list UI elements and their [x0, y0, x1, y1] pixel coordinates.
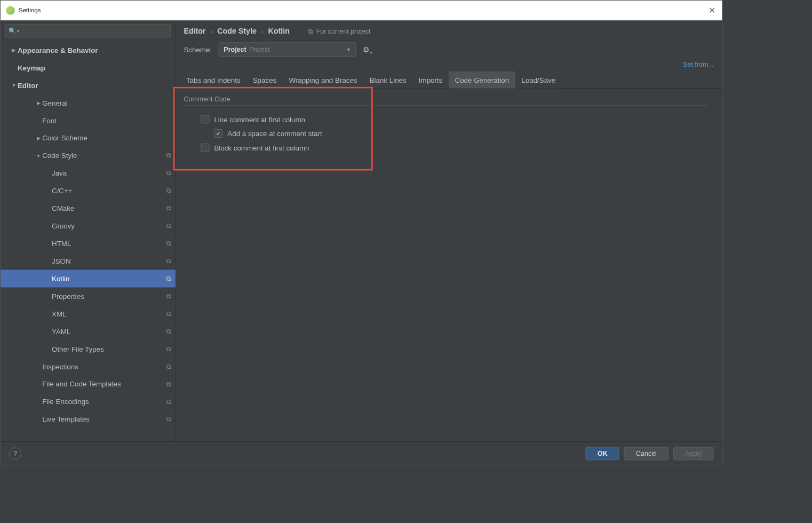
sidebar-item-label: CMake	[52, 204, 166, 212]
search-icon: 🔍	[9, 27, 16, 34]
sidebar-item-appearance-behavior[interactable]: ▶Appearance & Behavior	[1, 41, 176, 59]
sidebar-item-json[interactable]: JSON⧉	[1, 252, 176, 270]
chevron-down-icon: ▼	[10, 83, 18, 88]
chevron-right-icon: ▶	[35, 100, 42, 106]
scheme-value: Project	[224, 45, 246, 53]
sidebar-item-label: Appearance & Behavior	[18, 46, 171, 54]
options: Line comment at first columnAdd a space …	[184, 112, 714, 155]
project-scope: ⧉ For current project	[308, 27, 370, 35]
sidebar-item-c-c-[interactable]: C/C++⧉	[1, 182, 176, 200]
sidebar-item-xml[interactable]: XML⧉	[1, 305, 176, 322]
chevron-right-icon: ▶	[35, 136, 42, 141]
main: 🔍 ▾ ▶Appearance & BehaviorKeymap▼Editor▶…	[1, 20, 722, 441]
copy-icon: ⧉	[166, 187, 171, 194]
copy-icon: ⧉	[166, 380, 171, 387]
copy-icon: ⧉	[166, 169, 171, 177]
breadcrumb-item: Kotlin	[268, 27, 289, 36]
copy-icon: ⧉	[166, 310, 171, 318]
checkbox[interactable]	[214, 129, 222, 138]
window-title: Settings	[19, 6, 41, 13]
sidebar: 🔍 ▾ ▶Appearance & BehaviorKeymap▼Editor▶…	[1, 20, 176, 441]
scheme-dropdown[interactable]: Project Project ▼	[219, 42, 356, 57]
sidebar-item-label: File Encodings	[42, 398, 166, 406]
help-button[interactable]: ?	[9, 447, 21, 459]
chevron-down-icon: ▼	[35, 153, 42, 159]
sidebar-item-label: YAML	[52, 327, 166, 335]
sidebar-item-label: JSON	[52, 257, 166, 265]
tab-wrapping-and-braces[interactable]: Wrapping and Braces	[283, 72, 363, 88]
breadcrumb: Editor › Code Style › Kotlin ⧉ For curre…	[176, 20, 722, 39]
sidebar-item-label: Java	[52, 169, 166, 177]
copy-icon: ⧉	[166, 222, 171, 229]
sidebar-item-live-templates[interactable]: Live Templates⧉	[1, 410, 176, 428]
sidebar-item-code-style[interactable]: ▼Code Style⧉	[1, 147, 176, 164]
sidebar-item-groovy[interactable]: Groovy⧉	[1, 217, 176, 235]
scope-label: For current project	[316, 28, 371, 35]
footer: ? OK Cancel Apply	[1, 441, 722, 465]
sidebar-item-editor[interactable]: ▼Editor	[1, 76, 176, 94]
checkbox[interactable]	[201, 144, 209, 152]
app-icon	[6, 6, 15, 14]
content: Editor › Code Style › Kotlin ⧉ For curre…	[176, 20, 722, 441]
search-input[interactable]: 🔍 ▾	[5, 24, 171, 37]
tab-blank-lines[interactable]: Blank Lines	[363, 72, 412, 88]
checkbox-label: Line comment at first column	[214, 115, 305, 123]
settings-tree[interactable]: ▶Appearance & BehaviorKeymap▼Editor▶Gene…	[1, 38, 176, 441]
gear-icon[interactable]: ⚙	[363, 45, 369, 54]
breadcrumb-item[interactable]: Editor	[184, 27, 205, 36]
chevron-right-icon: ›	[210, 28, 212, 35]
scheme-label: Scheme:	[184, 45, 212, 53]
tab-code-generation[interactable]: Code Generation	[449, 72, 515, 88]
copy-icon: ⧉	[308, 27, 313, 35]
close-icon[interactable]: ✕	[708, 5, 715, 16]
cancel-button[interactable]: Cancel	[624, 447, 668, 460]
sidebar-item-html[interactable]: HTML⧉	[1, 235, 176, 252]
set-from-link[interactable]: Set from...	[683, 60, 713, 68]
chevron-right-icon: ›	[261, 28, 264, 35]
sidebar-item-general[interactable]: ▶General	[1, 94, 176, 112]
sidebar-item-java[interactable]: Java⧉	[1, 164, 176, 182]
checkbox[interactable]	[201, 115, 209, 123]
scheme-subtitle: Project	[249, 45, 270, 53]
checkbox-row[interactable]: Add a space at comment start	[184, 126, 714, 141]
ok-button[interactable]: OK	[586, 447, 619, 460]
copy-icon: ⧉	[166, 152, 171, 159]
chevron-right-icon: ▶	[10, 47, 18, 53]
sidebar-item-file-encodings[interactable]: File Encodings⧉	[1, 393, 176, 410]
sidebar-item-other-file-types[interactable]: Other File Types⧉	[1, 340, 176, 358]
checkbox-row[interactable]: Line comment at first column	[184, 112, 714, 126]
sidebar-item-keymap[interactable]: Keymap	[1, 59, 176, 76]
sidebar-item-label: Kotlin	[52, 274, 166, 282]
sidebar-item-label: Other File Types	[52, 345, 166, 353]
sidebar-item-label: Inspections	[42, 362, 166, 370]
copy-icon: ⧉	[166, 363, 171, 370]
scheme-row: Scheme: Project Project ▼ ⚙	[176, 39, 722, 60]
apply-button[interactable]: Apply	[673, 447, 714, 460]
sidebar-item-cmake[interactable]: CMake⧉	[1, 200, 176, 217]
sidebar-item-kotlin[interactable]: Kotlin⧉	[1, 270, 176, 288]
sidebar-item-properties[interactable]: Properties⧉	[1, 287, 176, 305]
tabs: Tabs and IndentsSpacesWrapping and Brace…	[176, 72, 722, 89]
chevron-down-icon: ▼	[346, 47, 351, 52]
sidebar-item-file-and-code-templates[interactable]: File and Code Templates⧉	[1, 375, 176, 393]
tab-imports[interactable]: Imports	[412, 72, 449, 88]
copy-icon: ⧉	[166, 257, 171, 265]
sidebar-item-font[interactable]: Font	[1, 112, 176, 129]
copy-icon: ⧉	[166, 415, 171, 423]
checkbox-row[interactable]: Block comment at first column	[184, 140, 714, 155]
copy-icon: ⧉	[166, 328, 171, 335]
sidebar-item-label: HTML	[52, 240, 166, 248]
sidebar-item-label: Live Templates	[42, 415, 166, 423]
tab-load-save[interactable]: Load/Save	[515, 72, 562, 88]
sidebar-item-inspections[interactable]: Inspections⧉	[1, 358, 176, 375]
set-from-row: Set from...	[176, 60, 722, 72]
sidebar-item-label: C/C++	[52, 187, 166, 195]
sidebar-item-color-scheme[interactable]: ▶Color Scheme	[1, 129, 176, 147]
sidebar-item-yaml[interactable]: YAML⧉	[1, 322, 176, 340]
tab-spaces[interactable]: Spaces	[246, 72, 283, 88]
tab-tabs-and-indents[interactable]: Tabs and Indents	[180, 72, 246, 88]
sidebar-item-label: General	[42, 99, 171, 107]
checkbox-label: Add a space at comment start	[227, 130, 322, 138]
breadcrumb-item[interactable]: Code Style	[217, 27, 257, 36]
sidebar-item-label: Code Style	[42, 152, 166, 160]
